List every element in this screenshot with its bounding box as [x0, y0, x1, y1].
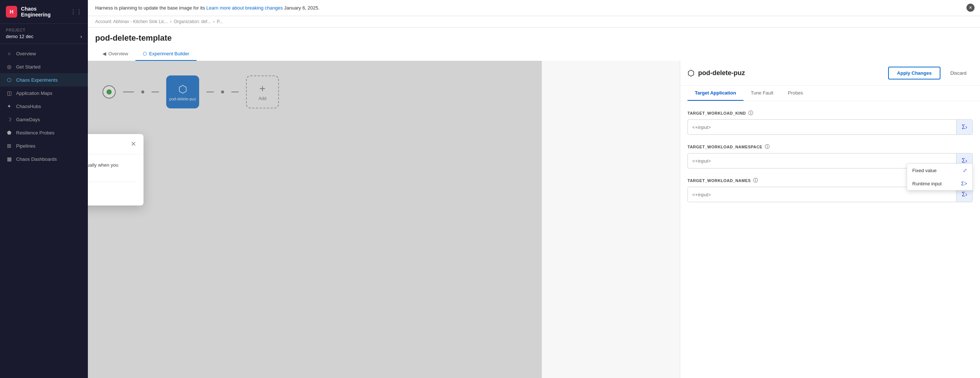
modal-header: Learn More ✕: [88, 134, 143, 154]
sidebar-item-label: Overview: [16, 51, 36, 56]
field-group-kind: TARGET_WORKLOAD_KIND ⓘ Σ›: [687, 110, 973, 135]
modal-close-button[interactable]: ✕: [131, 140, 136, 148]
get-started-icon: ◎: [6, 64, 13, 70]
breadcrumb-sep2: ›: [213, 19, 215, 24]
right-panel-tabs: Target Application Tune Fault Probes: [680, 86, 980, 101]
breadcrumb-org[interactable]: Organization: def...: [174, 19, 211, 24]
page-tabs: ◀ Overview ⬡ Experiment Builder: [95, 47, 973, 61]
notification-link[interactable]: Learn more about breaking changes: [207, 5, 283, 11]
sidebar-item-label: Chaos Dashboards: [16, 156, 57, 162]
right-panel-body: TARGET_WORKLOAD_KIND ⓘ Σ› TARGET_WORKLOA…: [680, 101, 980, 378]
notification-date: January 6, 2025.: [284, 5, 320, 11]
tab-target-application[interactable]: Target Application: [687, 86, 743, 101]
runtime-input-icon: Σ>: [961, 180, 967, 187]
sidebar-item-label: Get Started: [16, 64, 40, 70]
sidebar-item-resilience-probes[interactable]: ⬟ Resilience Probes: [0, 126, 88, 139]
dropdown-item-fixed-value[interactable]: Fixed value ⤢: [907, 164, 972, 177]
application-maps-icon: ◫: [6, 90, 13, 96]
sidebar-item-label: GameDays: [16, 117, 40, 122]
breadcrumb-sep1: ›: [170, 19, 172, 24]
chaos-dashboards-icon: ▦: [6, 156, 13, 162]
modal-checkbox-row: Don't show again: [88, 187, 136, 198]
page-header: pod-delete-template ◀ Overview ⬡ Experim…: [88, 27, 980, 61]
right-panel: ⬡ pod-delete-puz Apply Changes Discard T…: [680, 61, 980, 378]
tab-overview-icon: ◀: [102, 51, 106, 56]
sidebar-item-chaos-experiments[interactable]: ⬡ Chaos Experiments: [0, 73, 88, 86]
field-info-icon-names: ⓘ: [753, 177, 758, 184]
right-panel-icon: ⬡: [687, 69, 694, 78]
right-panel-title: pod-delete-puz: [698, 69, 745, 77]
discard-button[interactable]: Discard: [944, 67, 973, 80]
field-info-icon-namespace: ⓘ: [765, 144, 770, 150]
breadcrumb-account[interactable]: Account: Abhinav - Kitchen Sink Lic...: [95, 19, 168, 24]
tab-experiment-builder[interactable]: ⬡ Experiment Builder: [135, 47, 197, 61]
right-panel-actions: Apply Changes Discard: [888, 67, 973, 80]
modal-body: ⤢ Fixed Values are simply values that yo…: [88, 154, 143, 206]
field-input-row-kind: Σ›: [687, 120, 973, 135]
notification-bar: Harness is planning to update the base i…: [88, 0, 980, 16]
sidebar-title: Chaos Engineering: [21, 6, 67, 18]
dropdown-item-runtime-input[interactable]: Runtime input Σ>: [907, 177, 972, 190]
apply-changes-button[interactable]: Apply Changes: [888, 67, 940, 80]
sidebar-item-label: Pipelines: [16, 143, 35, 149]
chaoshubs-icon: ✦: [6, 103, 13, 109]
page-title: pod-delete-template: [95, 33, 973, 43]
gamedays-icon: ☽: [6, 116, 13, 122]
experiment-builder-area: ⬡ pod-delete-puz + Add ⬡ pod-delete-puz …: [88, 61, 980, 378]
sidebar-item-get-started[interactable]: ◎ Get Started: [0, 60, 88, 73]
grid-icon[interactable]: ⋮⋮: [70, 8, 82, 15]
resilience-probes-icon: ⬟: [6, 130, 13, 136]
field-input-btn-kind[interactable]: Σ›: [956, 120, 972, 134]
tab-experiment-builder-icon: ⬡: [143, 51, 147, 56]
sidebar-item-label: ChaosHubs: [16, 104, 41, 109]
field-label-kind: TARGET_WORKLOAD_KIND ⓘ: [687, 110, 973, 116]
chaos-experiments-icon: ⬡: [6, 77, 13, 83]
sidebar-nav: ○ Overview ◎ Get Started ⬡ Chaos Experim…: [0, 44, 88, 378]
notification-text: Harness is planning to update the base i…: [95, 5, 205, 11]
sidebar-item-pipelines[interactable]: ⊞ Pipelines: [0, 139, 88, 152]
sigma-icon-names: Σ›: [962, 191, 967, 198]
notification-close-button[interactable]: ✕: [966, 4, 975, 12]
sidebar-item-label: Chaos Experiments: [16, 77, 57, 83]
sidebar-header: H Chaos Engineering ⋮⋮: [0, 0, 88, 24]
sidebar-logo: H: [6, 6, 17, 18]
tab-overview[interactable]: ◀ Overview: [95, 47, 135, 61]
right-panel-title-area: ⬡ pod-delete-puz: [687, 69, 745, 78]
right-panel-header: ⬡ pod-delete-puz Apply Changes Discard: [680, 61, 980, 86]
field-label-namespace: TARGET_WORKLOAD_NAMESPACE ⓘ: [687, 144, 973, 150]
sidebar-item-gamedays[interactable]: ☽ GameDays: [0, 113, 88, 126]
field-input-kind[interactable]: [688, 121, 956, 134]
tab-tune-fault[interactable]: Tune Fault: [743, 86, 781, 101]
main-content: Harness is planning to update the base i…: [88, 0, 980, 378]
sidebar-item-application-maps[interactable]: ◫ Application Maps: [0, 86, 88, 100]
modal-divider: [88, 182, 136, 182]
sidebar: H Chaos Engineering ⋮⋮ PROJECT demo 12 d…: [0, 0, 88, 378]
project-name: demo 12 dec ›: [6, 34, 82, 39]
sidebar-item-overview[interactable]: ○ Overview: [0, 47, 88, 60]
modal-overlay: Learn More ✕ ⤢ Fixed Values are simply v…: [88, 61, 542, 378]
modal-info-row: ⤢ Fixed Values are simply values that yo…: [88, 161, 136, 176]
tab-probes[interactable]: Probes: [781, 86, 810, 101]
pipelines-icon: ⊞: [6, 143, 13, 149]
sidebar-item-label: Resilience Probes: [16, 130, 54, 136]
dropdown-popup: Fixed value ⤢ Runtime input Σ>: [907, 163, 973, 190]
overview-icon: ○: [6, 51, 13, 56]
modal-info-text: Fixed Values are simply values that you …: [88, 161, 136, 176]
breadcrumb: Account: Abhinav - Kitchen Sink Lic... ›…: [88, 16, 980, 27]
project-label: PROJECT: [6, 28, 82, 32]
learn-more-modal: Learn More ✕ ⤢ Fixed Values are simply v…: [88, 134, 143, 206]
breadcrumb-project[interactable]: P...: [217, 19, 223, 24]
fixed-value-icon: ⤢: [963, 167, 967, 173]
sidebar-item-chaos-dashboards[interactable]: ▦ Chaos Dashboards: [0, 152, 88, 166]
field-info-icon-kind: ⓘ: [748, 110, 753, 116]
sidebar-item-label: Application Maps: [16, 91, 52, 96]
sigma-icon-kind: Σ›: [962, 124, 967, 131]
project-section[interactable]: PROJECT demo 12 dec ›: [0, 24, 88, 44]
sidebar-item-chaoshubs[interactable]: ✦ ChaosHubs: [0, 100, 88, 113]
